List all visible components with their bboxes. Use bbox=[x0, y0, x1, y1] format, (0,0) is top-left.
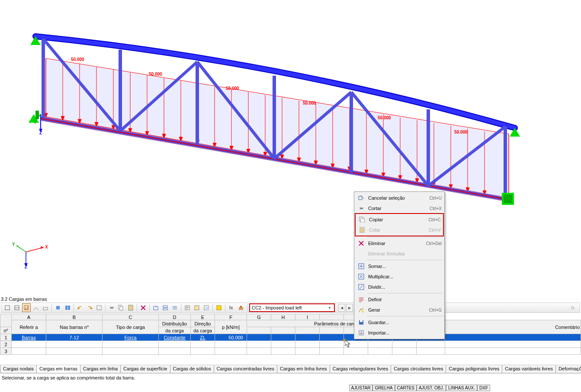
svg-rect-79 bbox=[504, 194, 512, 203]
cancel-icon bbox=[357, 194, 366, 202]
table-row-1[interactable]: 1 Barras 7-12 Força Constante ZL 50.000 bbox=[0, 334, 581, 341]
tb-cut[interactable]: ✂ bbox=[107, 303, 116, 312]
tab-cargas-em-barras[interactable]: Cargas em barras bbox=[36, 365, 80, 373]
flag-linhas-aux[interactable]: LINHAS AUX. bbox=[446, 385, 477, 391]
tb-btn-21[interactable] bbox=[215, 303, 223, 312]
3d-viewport[interactable]: 50.000 50.000 50.000 50.000 50.000 50.00… bbox=[0, 0, 581, 290]
load-case-combo[interactable]: CC2 - Imposed load left ▼ bbox=[249, 303, 335, 312]
tab-cargas-solidos[interactable]: Cargas de sólidos bbox=[170, 365, 214, 373]
tb-copy[interactable] bbox=[117, 303, 125, 312]
load-value-1: 50.000 bbox=[71, 57, 84, 62]
tb-btn-4[interactable] bbox=[32, 303, 40, 312]
svg-rect-126 bbox=[128, 305, 133, 310]
tab-cargas-variaveis-livres[interactable]: Cargas variáveis livres bbox=[502, 365, 556, 373]
svg-text:fx: fx bbox=[229, 305, 233, 310]
svg-marker-86 bbox=[15, 245, 18, 247]
tb-btn-10[interactable] bbox=[95, 303, 103, 312]
tb-redo[interactable] bbox=[85, 303, 94, 312]
tab-cargas-poligonais-livres[interactable]: Cargas poligonais livres bbox=[446, 365, 502, 373]
tab-cargas-linha-livres[interactable]: Cargas em linha livres bbox=[277, 365, 330, 373]
tb-btn-16[interactable] bbox=[161, 303, 170, 312]
tb-btn-6[interactable] bbox=[54, 303, 62, 312]
tb-btn-20[interactable] bbox=[202, 303, 211, 312]
tb-btn-3[interactable] bbox=[22, 303, 31, 312]
menu-cut[interactable]: ✂ Cortar Ctrl+X bbox=[355, 203, 443, 214]
svg-line-83 bbox=[26, 248, 42, 252]
tab-cargas-em-linha[interactable]: Cargas em linha bbox=[80, 365, 121, 373]
tab-cargas-retangulares-livres[interactable]: Cargas retangulares livres bbox=[330, 365, 391, 373]
tab-cargas-nodais[interactable]: Cargas nodais bbox=[0, 365, 37, 373]
flag-cartes[interactable]: CARTES bbox=[395, 385, 417, 391]
tb-btn-22[interactable]: fx bbox=[227, 303, 236, 312]
svg-rect-141 bbox=[205, 307, 209, 310]
tb-btn-23[interactable] bbox=[237, 303, 245, 312]
tab-cargas-concentradas-livres[interactable]: Cargas concentradas livres bbox=[214, 365, 277, 373]
table-toolbar: ✂ fx CC2 - Imposed load left ▼ ◀ ▶ fx bbox=[1, 303, 580, 313]
flag-dxf[interactable]: DXF bbox=[477, 385, 490, 391]
nav-next[interactable]: ▶ bbox=[346, 304, 353, 312]
tb-delete[interactable] bbox=[139, 303, 148, 312]
tab-cargas-circulares-livres[interactable]: Cargas circulares livres bbox=[391, 365, 446, 373]
svg-marker-84 bbox=[41, 246, 44, 249]
menu-divide[interactable]: Dividir... bbox=[355, 282, 443, 292]
table-row-3[interactable]: 3 bbox=[0, 348, 581, 355]
menu-delete[interactable]: Eliminar Ctrl+Del bbox=[355, 238, 443, 249]
svg-point-109 bbox=[362, 311, 364, 312]
tb-btn-7[interactable] bbox=[63, 303, 72, 312]
cursor-icon bbox=[345, 340, 352, 348]
define-icon bbox=[357, 295, 366, 304]
load-value-3: 50.000 bbox=[226, 86, 239, 91]
cut-icon: ✂ bbox=[357, 204, 366, 213]
tb-btn-1[interactable] bbox=[3, 303, 12, 312]
flag-ajustar[interactable]: AJUSTAR bbox=[349, 385, 373, 391]
table-row-2[interactable]: 2 bbox=[0, 341, 581, 348]
svg-rect-142 bbox=[217, 306, 221, 310]
tb-btn-2[interactable] bbox=[13, 303, 21, 312]
svg-rect-139 bbox=[195, 306, 199, 310]
status-flags: AJUSTAR GRELHA CARTES AJUST. OBJ. LINHAS… bbox=[349, 385, 490, 391]
svg-rect-120 bbox=[56, 306, 60, 309]
menu-define[interactable]: Definir bbox=[355, 294, 443, 305]
delete-icon bbox=[357, 239, 366, 248]
bottom-tabs: Cargas nodais Cargas em barras Cargas em… bbox=[0, 365, 581, 373]
nav-prev[interactable]: ◀ bbox=[338, 304, 345, 312]
flag-grelha[interactable]: GRELHA bbox=[372, 385, 395, 391]
svg-text:fx: fx bbox=[571, 305, 575, 310]
svg-rect-92 bbox=[361, 218, 364, 223]
flag-ajust-obj[interactable]: AJUST. OBJ. bbox=[417, 385, 446, 391]
tab-deformacoes-nos[interactable]: Deformações de nós impostas bbox=[555, 365, 581, 373]
plus-icon bbox=[357, 262, 366, 271]
save-icon bbox=[357, 318, 366, 327]
svg-rect-136 bbox=[185, 306, 189, 310]
menu-copy[interactable]: Copiar Ctrl+C bbox=[356, 214, 443, 225]
divide-icon bbox=[357, 283, 366, 291]
menu-cancel-selection[interactable]: Cancelar seleção Ctrl+U bbox=[355, 193, 443, 203]
svg-rect-113 bbox=[5, 306, 10, 310]
menu-import[interactable]: Importar... bbox=[355, 328, 443, 338]
chevron-down-icon: ▼ bbox=[327, 306, 332, 310]
menu-paste: Colar Ctrl+V bbox=[356, 225, 443, 235]
tb-paste[interactable] bbox=[126, 303, 135, 312]
menu-multiply[interactable]: Multiplicar... bbox=[355, 271, 443, 282]
menu-generate[interactable]: Gerar Ctrl+G bbox=[355, 305, 443, 315]
tb-btn-15[interactable] bbox=[151, 303, 160, 312]
multiply-icon bbox=[357, 272, 366, 281]
tab-cargas-superficie[interactable]: Cargas de superfície bbox=[120, 365, 170, 373]
svg-rect-111 bbox=[360, 320, 363, 322]
menu-save[interactable]: Guardar... bbox=[355, 317, 443, 328]
svg-rect-132 bbox=[163, 308, 167, 310]
coordinate-triad-main: Y Z bbox=[36, 110, 54, 137]
menu-sum[interactable]: Somar... bbox=[355, 261, 443, 271]
tb-btn-fx[interactable]: fx bbox=[569, 303, 578, 312]
panel-title: 3.2 Cargas em barras bbox=[1, 296, 47, 302]
loads-table[interactable]: A B C D E F G H I N Referir a Nas barras… bbox=[0, 314, 581, 355]
tb-btn-17[interactable] bbox=[170, 303, 179, 312]
tb-btn-19[interactable] bbox=[193, 303, 201, 312]
tb-btn-18[interactable] bbox=[183, 303, 192, 312]
tb-btn-5[interactable] bbox=[41, 303, 50, 312]
load-value-5: 50.000 bbox=[378, 115, 391, 120]
context-menu: Cancelar seleção Ctrl+U ✂ Cortar Ctrl+X … bbox=[354, 191, 445, 339]
paste-icon bbox=[358, 226, 366, 234]
tb-undo[interactable] bbox=[76, 303, 84, 312]
svg-line-104 bbox=[360, 285, 363, 289]
